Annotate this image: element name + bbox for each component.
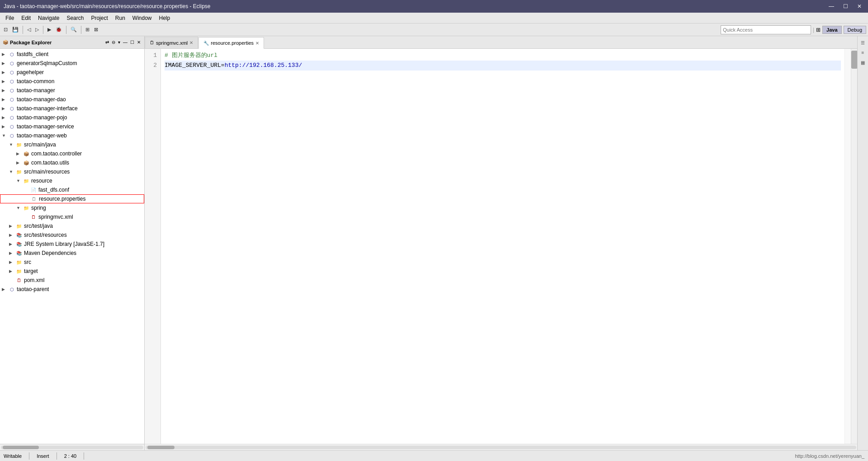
menu-edit[interactable]: Edit (18, 14, 34, 22)
tree-item[interactable]: ▶ ⬡ taotao-manager-pojo (0, 113, 144, 122)
far-right-icon-1[interactable]: ☰ (859, 38, 868, 47)
tree-item[interactable]: ▶ 📚 JRE System Library [JavaSE-1.7] (0, 240, 144, 249)
toolbar-debug[interactable]: 🐞 (54, 26, 64, 33)
tree-item[interactable]: ▶ ⬡ taotao-manager-service (0, 122, 144, 131)
tab-close-button[interactable]: ✕ (189, 40, 193, 45)
tree-item-icon: ⬡ (8, 96, 15, 103)
tree-item[interactable]: 📄 fast_dfs.conf (0, 185, 144, 194)
editor-line[interactable]: # 图片服务器的url (165, 51, 841, 61)
panel-header: 📦 Package Explorer ⇄ ⊖ ▾ — ☐ ✕ (0, 36, 144, 49)
tree-item[interactable]: ▶ 📦 com.taotao.utils (0, 158, 144, 167)
tree-item-label: Maven Dependencies (24, 250, 76, 256)
tree-arrow: ▶ (9, 269, 15, 273)
tree-item[interactable]: ▶ 📦 com.taotao.controller (0, 149, 144, 158)
tree-item[interactable]: ▶ 📚 src/test/resources (0, 230, 144, 240)
tree-item[interactable]: ▶ ⬡ taotao-manager (0, 86, 144, 95)
far-right-icon-3[interactable]: ▦ (859, 58, 868, 67)
panel-maximize-icon[interactable]: ☐ (129, 39, 135, 45)
panel-sync-icon[interactable]: ⇄ (104, 39, 110, 45)
file-tree: ▶ ⬡ fastdfs_client ▶ ⬡ generatorSqlmapCu… (0, 49, 144, 444)
tree-item[interactable]: ▶ ⬡ taotao-parent (0, 285, 144, 294)
tree-item[interactable]: ▶ 📁 src (0, 258, 144, 267)
line-numbers: 12 (145, 49, 161, 444)
tree-item[interactable]: ▼ 📁 src/main/java (0, 140, 144, 149)
tab-close-button[interactable]: ✕ (255, 41, 259, 46)
minimize-button[interactable]: — (826, 2, 837, 10)
toolbar-forward[interactable]: ▷ (33, 26, 41, 33)
tree-item[interactable]: 🗒 resource.properties (0, 194, 144, 203)
menu-run[interactable]: Run (112, 14, 129, 22)
editor-tab[interactable]: 🔧 resource.properties ✕ (198, 37, 264, 49)
line-number: 2 (146, 61, 157, 71)
tree-horizontal-scrollbar[interactable] (0, 444, 144, 450)
perspective-debug-button[interactable]: Debug (844, 26, 866, 34)
tree-item[interactable]: ▶ 📚 Maven Dependencies (0, 249, 144, 258)
menu-help[interactable]: Help (156, 14, 174, 22)
tree-item-label: src (24, 259, 31, 265)
tree-item-icon: 📚 (15, 231, 23, 239)
panel-action-icons: ⇄ ⊖ ▾ — ☐ ✕ (104, 39, 142, 45)
menu-window[interactable]: Window (129, 14, 156, 22)
tree-arrow: ▶ (2, 61, 8, 66)
quick-access-input[interactable] (721, 25, 811, 34)
toolbar-back[interactable]: ◁ (25, 26, 33, 33)
tree-item[interactable]: ▼ 📁 spring (0, 203, 144, 212)
tree-item[interactable]: ▶ ⬡ taotao-common (0, 77, 144, 86)
panel-minimize-icon[interactable]: — (122, 39, 128, 45)
toolbar-extra2[interactable]: ⊠ (92, 26, 100, 33)
tree-item-label: fastdfs_client (17, 51, 48, 57)
maximize-button[interactable]: ☐ (840, 2, 851, 10)
window-controls[interactable]: — ☐ ✕ (826, 2, 864, 10)
editor-horizontal-scrollbar[interactable] (145, 444, 857, 450)
toolbar-separator-1 (23, 26, 23, 34)
tree-item-label: taotao-parent (17, 286, 49, 292)
tree-arrow: ▼ (16, 206, 23, 210)
tree-arrow: ▶ (9, 251, 15, 255)
menu-navigate[interactable]: Navigate (34, 14, 63, 22)
tree-scroll-thumb[interactable] (3, 446, 39, 449)
toolbar-search[interactable]: 🔍 (69, 26, 79, 33)
editor-line[interactable]: IMAGE_SERVER_URL=http://192.168.25.133/ (165, 61, 841, 71)
editor-vertical-scrollbar[interactable] (851, 49, 857, 444)
editor-area[interactable]: 12 # 图片服务器的urlIMAGE_SERVER_URL=http://19… (145, 49, 857, 444)
tree-item[interactable]: ▼ 📁 resource (0, 176, 144, 185)
tree-item[interactable]: ▶ ⬡ generatorSqlmapCustom (0, 59, 144, 68)
tree-item-label: src/main/java (24, 141, 56, 148)
panel-close-icon[interactable]: ✕ (136, 39, 142, 45)
editor-content[interactable]: # 图片服务器的urlIMAGE_SERVER_URL=http://192.1… (161, 49, 844, 444)
far-right-icon-2[interactable]: ≡ (859, 48, 868, 57)
editor-tab[interactable]: 🗒 springmvc.xml ✕ (145, 37, 198, 48)
toolbar-run[interactable]: ▶ (46, 26, 53, 33)
tree-item[interactable]: ▼ ⬡ taotao-manager-web (0, 131, 144, 140)
toolbar-save[interactable]: 💾 (10, 26, 20, 33)
toolbar-extra1[interactable]: ⊞ (84, 26, 91, 33)
menu-search[interactable]: Search (63, 14, 87, 22)
menu-file[interactable]: File (2, 14, 18, 22)
tree-item-icon: 📁 (15, 168, 23, 175)
tree-item-label: taotao-manager-pojo (17, 114, 67, 121)
toolbar-new[interactable]: ⊡ (2, 26, 9, 33)
tree-arrow: ▶ (16, 160, 23, 165)
tree-item-icon: 📁 (15, 268, 23, 275)
tree-item[interactable]: ▼ 📁 src/main/resources (0, 167, 144, 176)
perspective-java-button[interactable]: Java (822, 26, 841, 34)
tree-item[interactable]: ▶ ⬡ taotao-manager-dao (0, 95, 144, 104)
tree-item[interactable]: ▶ ⬡ taotao-manager-interface (0, 104, 144, 113)
tree-item[interactable]: 🗒 springmvc.xml (0, 212, 144, 221)
panel-menu-icon[interactable]: ▾ (117, 39, 121, 45)
tree-item[interactable]: 🗒 pom.xml (0, 276, 144, 285)
status-sep-1 (29, 452, 29, 460)
panel-collapse-all-icon[interactable]: ⊖ (111, 39, 116, 45)
toolbar-separator-3 (66, 26, 66, 34)
tree-item[interactable]: ▶ ⬡ pagehelper (0, 68, 144, 77)
menu-project[interactable]: Project (87, 14, 111, 22)
tree-item[interactable]: ▶ 📁 target (0, 267, 144, 276)
tree-item-label: src/test/resources (24, 232, 67, 238)
layout-icon: ⊞ (816, 27, 821, 33)
comment-text: # 图片服务器的url (165, 51, 217, 61)
far-right-panel: ☰ ≡ ▦ (857, 36, 868, 450)
close-button[interactable]: ✕ (854, 2, 864, 10)
tree-item[interactable]: ▶ 📁 src/test/java (0, 221, 144, 230)
tree-item[interactable]: ▶ ⬡ fastdfs_client (0, 50, 144, 59)
tab-icon: 🗒 (150, 40, 154, 45)
